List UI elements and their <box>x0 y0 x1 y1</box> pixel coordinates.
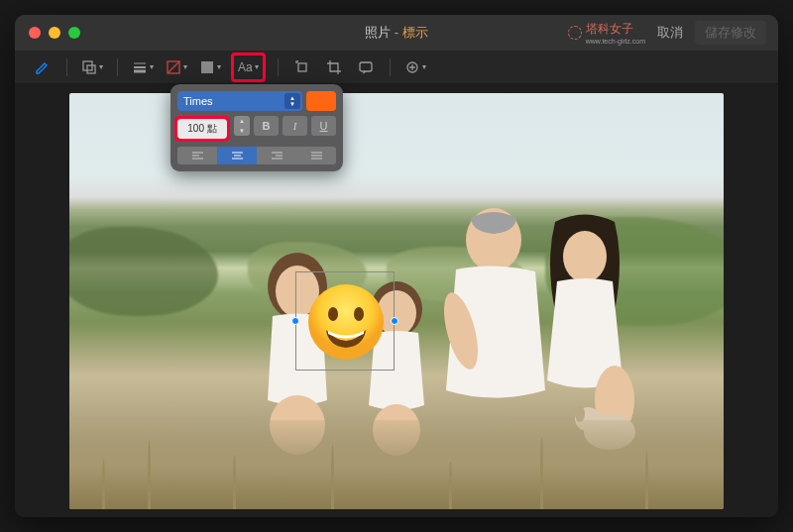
chevron-down-icon: ▾ <box>183 62 187 71</box>
draw-tool[interactable] <box>31 56 55 78</box>
watermark-sub: www.tech-girlz.com <box>586 38 645 45</box>
text-style-panel: Times ▲▼ 100 點 ▲ ▼ B I U <box>170 84 343 171</box>
markup-window: 照片 - 標示 塔科女子 www.tech-girlz.com 取消 儲存修改 … <box>15 15 778 517</box>
emoji-selection-box[interactable] <box>295 271 395 371</box>
svg-line-6 <box>168 61 179 73</box>
highlight-annotation: 100 點 <box>174 116 230 142</box>
traffic-lights <box>29 27 80 39</box>
font-size-field[interactable]: 100 點 <box>177 119 227 139</box>
fullscreen-window-button[interactable] <box>68 27 80 39</box>
annotate-tool[interactable] <box>354 56 378 78</box>
minimize-window-button[interactable] <box>49 27 60 39</box>
step-down-icon[interactable]: ▼ <box>234 126 250 136</box>
align-justify-button[interactable] <box>296 147 336 164</box>
font-size-stepper[interactable]: ▲ ▼ <box>234 116 250 136</box>
bold-button[interactable]: B <box>254 116 279 136</box>
svg-rect-9 <box>360 62 372 71</box>
underline-button[interactable]: U <box>311 116 336 136</box>
chevron-down-icon: ▾ <box>422 62 426 71</box>
fill-color-tool[interactable]: ▾ <box>197 56 223 78</box>
rotate-tool[interactable] <box>290 56 314 78</box>
titlebar: 照片 - 標示 塔科女子 www.tech-girlz.com 取消 儲存修改 <box>15 15 778 51</box>
svg-point-26 <box>308 284 384 360</box>
shapes-tool[interactable]: ▾ <box>79 56 105 78</box>
separator <box>278 58 279 76</box>
font-size-label: 100 點 <box>187 122 216 136</box>
svg-rect-1 <box>87 65 95 73</box>
svg-rect-7 <box>201 61 213 73</box>
stroke-color-tool[interactable]: ▾ <box>164 56 189 78</box>
text-align-group <box>177 147 336 164</box>
align-right-button[interactable] <box>257 147 296 164</box>
smiley-emoji-icon[interactable] <box>306 282 386 362</box>
font-name-label: Times <box>183 95 213 107</box>
more-tool[interactable]: ▾ <box>402 56 428 78</box>
italic-button[interactable]: I <box>283 116 307 136</box>
chevron-down-icon: ▾ <box>99 62 103 71</box>
text-color-swatch[interactable] <box>306 91 336 111</box>
crop-tool[interactable] <box>322 56 346 78</box>
resize-handle-right[interactable] <box>391 317 398 325</box>
resize-handle-left[interactable] <box>291 317 299 325</box>
title-mode: 標示 <box>402 25 428 40</box>
svg-point-28 <box>354 307 364 321</box>
svg-point-21 <box>563 231 607 282</box>
line-weight-tool[interactable]: ▾ <box>130 56 156 78</box>
separator <box>66 58 67 76</box>
watermark: 塔科女子 www.tech-girlz.com <box>568 21 645 45</box>
separator <box>117 58 118 76</box>
watermark-logo-icon <box>568 26 582 40</box>
done-button[interactable]: 儲存修改 <box>695 21 766 45</box>
markup-toolbar: ▾ ▾ ▾ ▾ Aa ▾ <box>15 51 778 84</box>
watermark-text: 塔科女子 <box>586 21 645 38</box>
titlebar-right: 塔科女子 www.tech-girlz.com 取消 儲存修改 <box>568 21 766 45</box>
highlight-annotation: Aa ▾ <box>231 53 266 82</box>
svg-point-27 <box>328 307 338 321</box>
align-left-button[interactable] <box>177 147 217 164</box>
separator <box>390 58 391 76</box>
font-family-select[interactable]: Times ▲▼ <box>177 91 302 111</box>
svg-rect-8 <box>298 63 306 71</box>
updown-arrows-icon: ▲▼ <box>284 93 300 109</box>
text-style-tool[interactable]: Aa ▾ <box>236 56 261 78</box>
step-up-icon[interactable]: ▲ <box>234 116 250 126</box>
chevron-down-icon: ▾ <box>217 62 221 71</box>
chevron-down-icon: ▾ <box>255 62 259 71</box>
cancel-button[interactable]: 取消 <box>657 24 683 42</box>
canvas-area[interactable] <box>15 84 778 517</box>
chevron-down-icon: ▾ <box>150 62 154 71</box>
title-file: 照片 <box>365 25 391 40</box>
close-window-button[interactable] <box>29 27 41 39</box>
photo-content <box>69 93 724 509</box>
window-title: 照片 - 標示 <box>365 24 428 42</box>
align-center-button[interactable] <box>217 147 257 164</box>
